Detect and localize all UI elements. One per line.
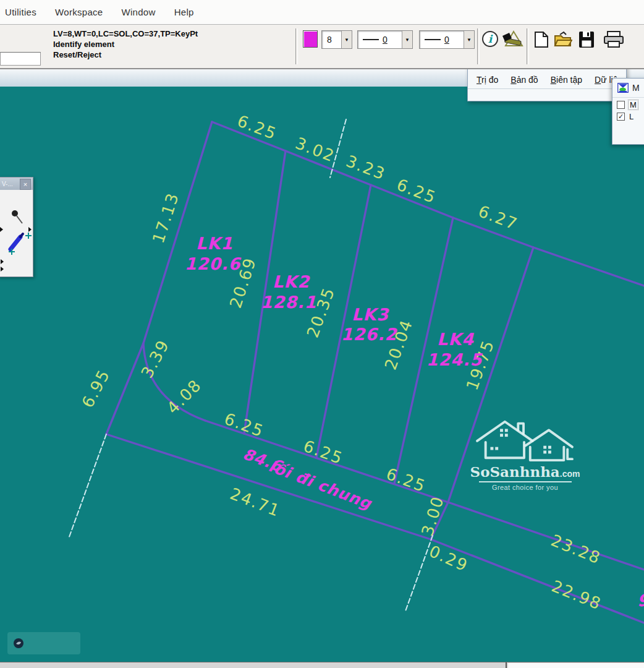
- status-command: Identify element: [53, 39, 198, 49]
- line-style-combo[interactable]: 0 ▼: [357, 30, 413, 49]
- bottom-left-watermark: [7, 632, 80, 654]
- chevron-down-icon[interactable]: ▼: [341, 31, 352, 48]
- toolbar: LV=8,WT=0,LC=SOL,CO=37,TP=KeyPt Identify…: [0, 25, 644, 69]
- chevron-down-icon[interactable]: ▼: [464, 31, 474, 48]
- houses-icon: [471, 416, 579, 463]
- palette-tools[interactable]: [0, 190, 33, 275]
- open-file-icon[interactable]: [554, 31, 572, 48]
- menu-item-utilities[interactable]: Utilities: [5, 7, 36, 17]
- tmv-app-icon: [617, 83, 629, 93]
- watermark-brand: SoSanhnha: [470, 463, 560, 480]
- option-row-1[interactable]: ✓L: [612, 110, 644, 121]
- divider-lk2-lk3[interactable]: [316, 185, 371, 458]
- frame-right-segment: [508, 663, 644, 668]
- checkbox[interactable]: [617, 101, 625, 109]
- divider-lk1-lk2[interactable]: [244, 151, 286, 434]
- options-checkbox-list: M✓L: [612, 98, 644, 121]
- print-icon[interactable]: [603, 31, 624, 48]
- flyout-arrow-icon[interactable]: [0, 227, 3, 232]
- toolbar-separator: [477, 28, 480, 64]
- watermark-sosanhnha: SoSanhnha.com Great choice for you: [465, 416, 585, 491]
- watermark-tagline: Great choice for you: [465, 484, 585, 491]
- path-lower-boundary[interactable]: [106, 434, 431, 539]
- line-style-value: 0: [383, 35, 388, 45]
- toolbar-separator: [527, 28, 529, 64]
- tmv-menu-item-0[interactable]: Trị đo: [477, 75, 498, 85]
- keyin-input[interactable]: [0, 52, 41, 66]
- divider-lk3-lk4[interactable]: [394, 218, 453, 484]
- sticker-icon: [12, 637, 25, 649]
- point-tool-icon[interactable]: [12, 210, 18, 216]
- road-upper-line[interactable]: [448, 502, 644, 570]
- frame-divider: [506, 662, 507, 668]
- menu-item-help[interactable]: Help: [174, 7, 194, 17]
- menu-bar: UtilitiesWorkspaceWindowHelp: [0, 0, 644, 25]
- status-panel: LV=8,WT=0,LC=SOL,CO=37,TP=KeyPt Identify…: [53, 28, 198, 60]
- tmv-menu-item-1[interactable]: Bản đồ: [511, 75, 538, 85]
- new-file-icon[interactable]: [534, 31, 549, 48]
- flyout-arrow-icon[interactable]: [1, 259, 4, 264]
- toolbar-separator: [295, 28, 298, 64]
- construction-line-left: [69, 434, 106, 537]
- construction-line-bottom: [405, 536, 433, 611]
- menu-item-workspace[interactable]: Workspace: [55, 7, 103, 17]
- line-weight-sample: [425, 39, 441, 40]
- flyout-arrow-icon[interactable]: [28, 227, 32, 232]
- tmv-menu-bar: Trị đoBản đồBiên tậpDữ liệ: [468, 71, 626, 89]
- watermark-suffix: .com: [560, 469, 580, 479]
- active-color-swatch[interactable]: [303, 30, 318, 48]
- road-lower-line[interactable]: [431, 539, 644, 623]
- path-width-segment[interactable]: [431, 502, 448, 539]
- level-value: 8: [327, 35, 332, 45]
- element-info-icon[interactable]: i: [481, 30, 499, 48]
- parcel-bottom-boundary[interactable]: [205, 421, 448, 502]
- line-weight-value: 0: [444, 35, 449, 45]
- pen-tool-icon[interactable]: [11, 237, 20, 249]
- level-combo[interactable]: 8 ▼: [321, 30, 352, 49]
- checkbox-label: M: [628, 100, 638, 110]
- palette-title: V-...: [2, 181, 13, 187]
- options-window-title: M: [632, 83, 640, 93]
- checkbox[interactable]: ✓: [617, 113, 625, 121]
- status-prompt: Reset/Reject: [53, 49, 198, 60]
- parcel-left-boundary[interactable]: [106, 122, 212, 434]
- flyout-arrow-icon[interactable]: [1, 267, 4, 272]
- measure-hammer-icon[interactable]: [501, 30, 524, 49]
- cad-application-window: 6.253.023.236.256.2717.1320.6920.3520.04…: [0, 0, 644, 668]
- close-icon[interactable]: ×: [20, 179, 31, 190]
- tmv-options-window[interactable]: M M✓L: [612, 78, 644, 145]
- options-title-bar[interactable]: M: [612, 79, 644, 98]
- status-attributes: LV=8,WT=0,LC=SOL,CO=37,TP=KeyPt: [53, 28, 198, 39]
- bottom-frame: [0, 662, 644, 668]
- line-style-sample: [363, 39, 379, 40]
- save-file-icon[interactable]: [578, 31, 595, 48]
- chevron-down-icon[interactable]: ▼: [402, 31, 412, 48]
- option-row-0[interactable]: M: [612, 98, 644, 110]
- tool-palette[interactable]: V-... ×: [0, 177, 33, 277]
- line-weight-combo[interactable]: 0 ▼: [419, 30, 475, 49]
- tmv-menu-item-2[interactable]: Biên tập: [551, 75, 582, 85]
- corner-arc[interactable]: [143, 343, 205, 421]
- palette-title-bar[interactable]: V-... ×: [0, 178, 33, 190]
- checkbox-label: L: [628, 112, 635, 121]
- watermark-rule: [479, 481, 572, 482]
- menu-item-window[interactable]: Window: [122, 7, 156, 17]
